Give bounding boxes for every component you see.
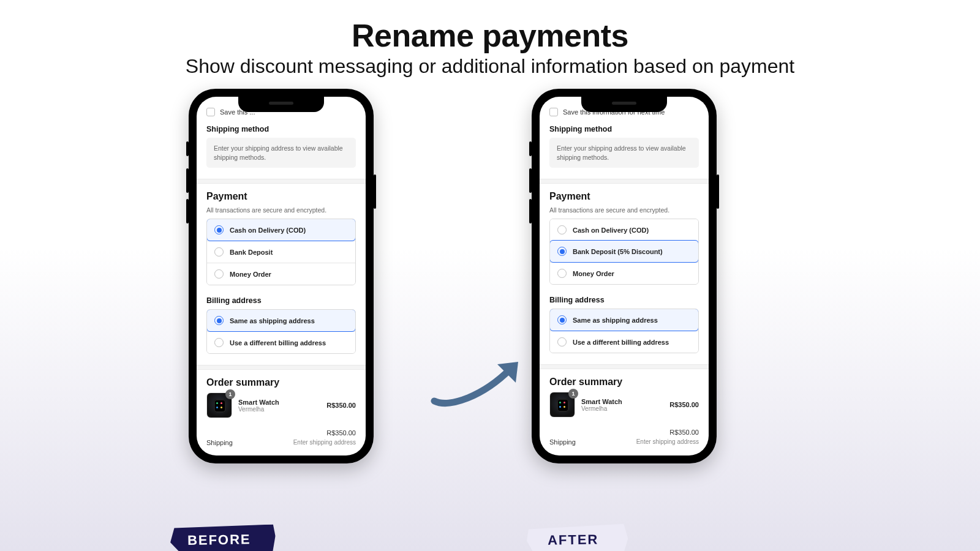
payment-option-bank[interactable]: Bank Deposit (207, 241, 355, 263)
radio-icon (214, 269, 224, 279)
payment-options: Cash on Delivery (COD) Bank Deposit Mone… (206, 219, 356, 285)
shipping-value: Enter shipping address (293, 439, 356, 446)
section-divider (197, 365, 366, 370)
payment-title: Payment (206, 191, 356, 202)
section-divider (197, 179, 366, 184)
radio-icon (214, 225, 224, 234)
shipping-label: Shipping (549, 438, 576, 446)
option-label: Cash on Delivery (COD) (230, 227, 306, 234)
product-name: Smart Watch (238, 399, 320, 406)
radio-icon (557, 315, 567, 324)
product-thumb: 1 (206, 392, 232, 418)
billing-options: Same as shipping address Use a different… (206, 309, 356, 354)
payment-sub: All transactions are secure and encrypte… (206, 206, 356, 214)
subtotal-value: R$350.00 (669, 429, 699, 436)
checkbox-icon[interactable] (549, 108, 558, 116)
order-line-item: 1 Smart Watch Vermelha R$350.00 (549, 392, 699, 418)
page-subtitle: Show discount messaging or additional in… (0, 55, 980, 78)
radio-icon (557, 247, 567, 256)
order-line-item: 1 Smart Watch Vermelha R$350.00 (206, 392, 356, 418)
option-label: Money Order (573, 270, 614, 277)
radio-icon (557, 337, 567, 347)
shipping-label: Shipping (206, 439, 233, 446)
page-title: Rename payments (0, 17, 980, 54)
payment-option-money-order[interactable]: Money Order (550, 262, 698, 284)
billing-title: Billing address (549, 296, 699, 304)
phone-mockup-before: Save this ... Shipping method Enter your… (189, 89, 374, 463)
headline: Rename payments Show discount messaging … (0, 0, 980, 78)
product-name: Smart Watch (581, 398, 663, 405)
qty-badge: 1 (568, 389, 578, 399)
billing-diff[interactable]: Use a different billing address (550, 331, 698, 353)
shipping-method-title: Shipping method (549, 125, 699, 133)
subtotal-value: R$350.00 (326, 429, 356, 437)
screen-before: Save this ... Shipping method Enter your… (197, 97, 366, 455)
option-label: Cash on Delivery (COD) (573, 227, 649, 234)
notch (238, 97, 324, 112)
product-variant: Vermelha (238, 406, 320, 413)
option-label: Use a different billing address (230, 339, 326, 347)
payment-sub: All transactions are secure and encrypte… (549, 206, 699, 214)
payment-options: Cash on Delivery (COD) Bank Deposit (5% … (549, 219, 699, 285)
screen-after: Save this information for next time Ship… (540, 97, 709, 455)
order-summary-title: Order summary (549, 377, 699, 388)
qty-badge: 1 (225, 389, 235, 399)
option-label: Bank Deposit (5% Discount) (573, 248, 663, 255)
option-label: Money Order (230, 271, 271, 278)
shipping-note: Enter your shipping address to view avai… (206, 138, 356, 168)
billing-options: Same as shipping address Use a different… (549, 309, 699, 353)
payment-title: Payment (549, 191, 699, 202)
shipping-note: Enter your shipping address to view avai… (549, 138, 699, 168)
phone-mockup-after: Save this information for next time Ship… (532, 89, 717, 463)
option-label: Bank Deposit (230, 249, 273, 256)
section-divider (540, 179, 709, 184)
subtotal-row: R$350.00 (206, 428, 356, 438)
shipping-method-title: Shipping method (206, 125, 356, 133)
product-thumb: 1 (549, 392, 575, 418)
billing-same[interactable]: Same as shipping address (549, 309, 699, 331)
option-label: Same as shipping address (230, 317, 315, 324)
arrow-icon (425, 353, 529, 414)
before-tag: BEFORE (170, 524, 276, 551)
radio-icon (214, 338, 224, 347)
payment-option-money-order[interactable]: Money Order (207, 263, 355, 285)
order-summary-title: Order summary (206, 377, 356, 388)
radio-icon (557, 269, 567, 278)
section-divider (540, 364, 709, 369)
notch (581, 97, 667, 112)
subtotal-row: R$350.00 (549, 427, 699, 437)
radio-icon (557, 225, 567, 234)
billing-same[interactable]: Same as shipping address (206, 309, 356, 332)
option-label: Use a different billing address (573, 339, 669, 346)
product-price: R$350.00 (669, 401, 699, 408)
checkbox-icon[interactable] (206, 108, 215, 116)
product-price: R$350.00 (326, 402, 356, 409)
billing-diff[interactable]: Use a different billing address (207, 331, 355, 353)
radio-icon (214, 247, 224, 257)
radio-icon (214, 316, 224, 325)
payment-option-bank[interactable]: Bank Deposit (5% Discount) (549, 240, 699, 263)
after-tag: AFTER (527, 524, 628, 551)
product-variant: Vermelha (581, 405, 663, 412)
payment-option-cod[interactable]: Cash on Delivery (COD) (550, 219, 698, 241)
payment-option-cod[interactable]: Cash on Delivery (COD) (206, 219, 356, 241)
shipping-row: Shipping Enter shipping address (549, 437, 699, 447)
shipping-row: Shipping Enter shipping address (206, 438, 356, 448)
billing-title: Billing address (206, 296, 356, 305)
option-label: Same as shipping address (573, 317, 658, 324)
shipping-value: Enter shipping address (636, 438, 699, 446)
